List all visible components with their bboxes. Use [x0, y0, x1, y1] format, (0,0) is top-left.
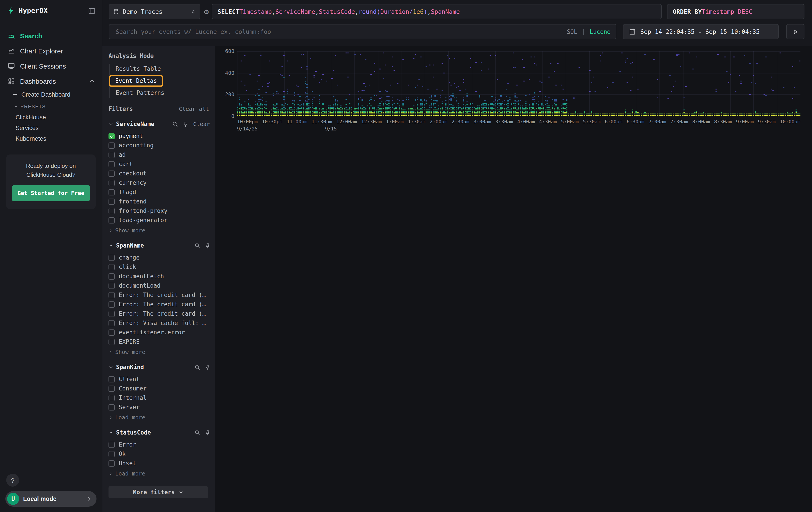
- facet-option[interactable]: Ok: [109, 449, 211, 459]
- checkbox[interactable]: [109, 460, 115, 466]
- checkbox[interactable]: [109, 152, 115, 158]
- facet-option[interactable]: Internal: [109, 393, 211, 402]
- facet-option[interactable]: eventListener.error: [109, 328, 211, 337]
- checkbox[interactable]: [109, 161, 115, 167]
- facet-option[interactable]: EXPIRE: [109, 337, 211, 346]
- order-by-input[interactable]: ORDER BY Timestamp DESC: [667, 4, 805, 19]
- checkbox[interactable]: [109, 142, 115, 149]
- facet-option[interactable]: payment: [109, 131, 211, 141]
- checkbox[interactable]: [109, 217, 115, 223]
- checkbox[interactable]: [109, 170, 115, 177]
- show-more-button[interactable]: Show more: [109, 227, 211, 234]
- facet-option[interactable]: documentFetch: [109, 272, 211, 281]
- preset-item-kubernetes[interactable]: Kubernetes: [0, 133, 102, 144]
- checkbox[interactable]: [109, 254, 115, 261]
- sidebar-item-client-sessions[interactable]: Client Sessions: [0, 58, 102, 74]
- checkbox[interactable]: [109, 395, 115, 401]
- show-more-button[interactable]: Load more: [109, 414, 211, 421]
- show-more-button[interactable]: Show more: [109, 349, 211, 355]
- collapse-sidebar-icon[interactable]: [88, 7, 96, 15]
- checkbox[interactable]: [109, 385, 115, 392]
- facet-option[interactable]: checkout: [109, 169, 211, 178]
- checkbox[interactable]: [109, 311, 115, 317]
- facet-search-icon[interactable]: [172, 121, 178, 127]
- presets-toggle[interactable]: PRESETS: [0, 101, 102, 112]
- checkbox[interactable]: [109, 198, 115, 205]
- facet-option[interactable]: ad: [109, 150, 211, 159]
- checkbox[interactable]: [109, 339, 115, 345]
- checkbox[interactable]: [109, 441, 115, 448]
- facet-option[interactable]: load-generator: [109, 215, 211, 225]
- checkbox[interactable]: [109, 376, 115, 382]
- facet-pin-icon[interactable]: [205, 429, 211, 436]
- facet-option[interactable]: Error: The credit card (…: [109, 300, 211, 309]
- facet-pin-icon[interactable]: [205, 242, 211, 249]
- show-more-button[interactable]: Load more: [109, 470, 211, 477]
- facet-option[interactable]: frontend: [109, 197, 211, 206]
- facet-option[interactable]: currency: [109, 178, 211, 187]
- facet-option[interactable]: click: [109, 262, 211, 272]
- facet-pin-icon[interactable]: [205, 364, 211, 370]
- facet-search-icon[interactable]: [194, 429, 201, 436]
- checkbox[interactable]: [109, 282, 115, 289]
- get-started-button[interactable]: Get Started for Free: [12, 185, 90, 201]
- facet-option-label: frontend: [119, 198, 147, 205]
- facet-clear-button[interactable]: Clear: [193, 120, 211, 127]
- checkbox[interactable]: [109, 264, 115, 270]
- checkbox[interactable]: [109, 180, 115, 186]
- checkbox[interactable]: [109, 404, 115, 410]
- facet-option[interactable]: Client: [109, 374, 211, 384]
- clear-all-button[interactable]: Clear all: [179, 106, 211, 112]
- chevron-down-icon[interactable]: [109, 122, 113, 127]
- sidebar-item-dashboards[interactable]: Dashboards: [0, 74, 102, 89]
- chevron-down-icon[interactable]: [109, 430, 113, 435]
- chevron-down-icon[interactable]: [109, 243, 113, 248]
- checkbox[interactable]: [109, 273, 115, 279]
- facet-option[interactable]: documentLoad: [109, 281, 211, 290]
- facet-option[interactable]: accounting: [109, 141, 211, 150]
- facet-option[interactable]: Error: The credit card (…: [109, 290, 211, 300]
- facet-option[interactable]: Consumer: [109, 384, 211, 393]
- checkbox[interactable]: [109, 292, 115, 298]
- facet-option[interactable]: flagd: [109, 187, 211, 197]
- facet-option[interactable]: Error: [109, 440, 211, 449]
- facet-option[interactable]: frontend-proxy: [109, 206, 211, 215]
- checkbox[interactable]: [109, 451, 115, 457]
- checkbox[interactable]: [109, 301, 115, 307]
- more-filters-button[interactable]: More filters: [109, 486, 208, 498]
- lucene-mode-button[interactable]: Lucene: [590, 28, 611, 35]
- sql-mode-button[interactable]: SQL: [567, 28, 577, 35]
- checkbox[interactable]: [109, 189, 115, 195]
- analysis-mode-option[interactable]: Event Patterns: [110, 88, 211, 98]
- facet-option[interactable]: Error: Visa cache full: …: [109, 318, 211, 328]
- facet-pin-icon[interactable]: [182, 121, 189, 127]
- checkbox[interactable]: [109, 320, 115, 326]
- facet-option[interactable]: cart: [109, 159, 211, 169]
- sql-query-input[interactable]: SELECT Timestamp, ServiceName, StatusCod…: [212, 4, 662, 19]
- facet-search-icon[interactable]: [194, 242, 201, 249]
- date-range-picker[interactable]: Sep 14 22:04:35 - Sep 15 10:04:35: [623, 24, 779, 39]
- heatmap-canvas[interactable]: [237, 51, 801, 116]
- create-dashboard-button[interactable]: Create Dashboard: [0, 89, 102, 101]
- chevron-down-icon[interactable]: [109, 365, 113, 370]
- sidebar-item-search[interactable]: Search: [0, 28, 102, 43]
- checkbox[interactable]: [109, 133, 115, 139]
- facet-option[interactable]: Server: [109, 402, 211, 412]
- preset-item-clickhouse[interactable]: ClickHouse: [0, 112, 102, 123]
- facet-option[interactable]: Error: The credit card (…: [109, 309, 211, 318]
- facet-option[interactable]: change: [109, 253, 211, 262]
- run-query-button[interactable]: [786, 24, 805, 39]
- facet-search-icon[interactable]: [194, 364, 201, 370]
- sidebar-item-chart-explorer[interactable]: Chart Explorer: [0, 43, 102, 58]
- search-input[interactable]: [115, 28, 562, 36]
- checkbox[interactable]: [109, 208, 115, 214]
- analysis-mode-option[interactable]: Results Table: [110, 64, 211, 74]
- user-menu[interactable]: U Local mode: [5, 491, 96, 507]
- facet-option[interactable]: Unset: [109, 459, 211, 468]
- gear-icon[interactable]: ⚙: [204, 8, 209, 16]
- analysis-mode-option[interactable]: Event Deltas: [109, 75, 163, 87]
- source-select[interactable]: Demo Traces: [109, 4, 200, 19]
- help-button[interactable]: ?: [6, 474, 19, 487]
- checkbox[interactable]: [109, 329, 115, 335]
- preset-item-services[interactable]: Services: [0, 123, 102, 133]
